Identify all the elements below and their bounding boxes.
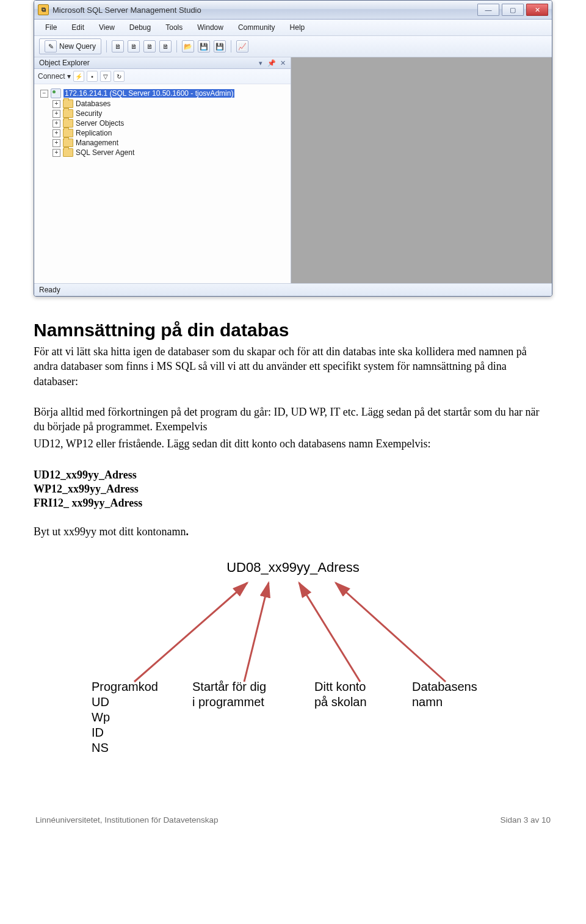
paragraph-4: Byt ut xx99yy mot ditt kontonamn. xyxy=(34,524,552,539)
server-icon xyxy=(51,88,61,98)
example-2: WP12_xx99yy_Adress xyxy=(34,483,552,496)
mdx-query-icon[interactable]: 🗎 xyxy=(143,40,156,52)
folder-icon xyxy=(63,99,73,108)
main-toolbar: ✎ New Query 🗎 🗎 🗎 🗎 📂 💾 💾 📈 xyxy=(34,36,552,57)
svg-line-0 xyxy=(134,583,247,682)
menu-file[interactable]: File xyxy=(39,22,63,33)
stop-icon[interactable]: ▪ xyxy=(87,71,98,82)
toolbar-separator xyxy=(106,40,107,52)
menu-window[interactable]: Window xyxy=(191,22,230,33)
object-explorer-title: Object Explorer xyxy=(39,59,254,67)
panel-close-icon[interactable]: ✕ xyxy=(278,59,287,67)
toolbar-separator xyxy=(176,40,177,52)
tree-root-label[interactable]: 172.16.214.1 (SQL Server 10.50.1600 - tj… xyxy=(63,89,234,98)
menu-view[interactable]: View xyxy=(93,22,121,33)
open-file-icon[interactable]: 📂 xyxy=(182,40,194,52)
dmx-query-icon[interactable]: 🗎 xyxy=(159,40,172,52)
folder-icon xyxy=(63,129,73,137)
svg-line-1 xyxy=(244,583,269,682)
app-icon: ⧉ xyxy=(38,4,49,15)
example-3: FRI12_ xx99yy_Adress xyxy=(34,497,552,510)
tree-node-security[interactable]: + Security xyxy=(37,109,288,118)
new-query-icon: ✎ xyxy=(45,40,57,52)
refresh-icon[interactable]: ↻ xyxy=(114,71,125,82)
expand-icon[interactable]: + xyxy=(52,129,60,137)
toolbar-separator xyxy=(231,40,231,52)
folder-icon xyxy=(63,139,73,147)
object-explorer-panel: Object Explorer ▾ 📌 ✕ Connect ▾ ⚡ ▪ ▽ ↻ … xyxy=(34,57,291,283)
footer-left: Linnéuniversitetet, Institutionen för Da… xyxy=(35,815,218,825)
pin-icon[interactable]: 📌 xyxy=(267,59,276,67)
collapse-icon[interactable]: − xyxy=(40,90,48,98)
menu-tools[interactable]: Tools xyxy=(159,22,189,33)
section-heading: Namnsättning på din databas xyxy=(34,320,552,341)
expand-icon[interactable]: + xyxy=(52,110,60,118)
menu-edit[interactable]: Edit xyxy=(65,22,90,33)
menu-community[interactable]: Community xyxy=(232,22,281,33)
paragraph-3: UD12, WP12 eller fristående. Lägg sedan … xyxy=(34,436,552,451)
folder-icon xyxy=(63,109,73,118)
expand-icon[interactable]: + xyxy=(52,100,60,108)
document-area xyxy=(291,57,552,283)
tree-node-replication[interactable]: + Replication xyxy=(37,128,288,138)
ssms-window: ⧉ Microsoft SQL Server Management Studio… xyxy=(34,0,552,297)
new-query-label: New Query xyxy=(59,42,96,51)
object-explorer-header: Object Explorer ▾ 📌 ✕ xyxy=(34,57,291,69)
expand-icon[interactable]: + xyxy=(52,139,60,147)
dropdown-icon[interactable]: ▾ xyxy=(256,59,265,67)
status-text: Ready xyxy=(39,286,60,294)
new-query-button[interactable]: ✎ New Query xyxy=(39,38,101,54)
page-footer: Linnéuniversitetet, Institutionen för Da… xyxy=(0,815,586,825)
connect-button[interactable]: Connect ▾ xyxy=(38,72,71,81)
filter-icon[interactable]: ▽ xyxy=(100,71,111,82)
folder-icon xyxy=(63,148,73,157)
window-title: Microsoft SQL Server Management Studio xyxy=(52,5,201,15)
database-engine-query-icon[interactable]: 🗎 xyxy=(112,40,124,52)
tree-node-server-objects[interactable]: + Server Objects xyxy=(37,118,288,128)
save-icon[interactable]: 💾 xyxy=(198,40,210,52)
footer-right: Sidan 3 av 10 xyxy=(500,815,551,825)
statusbar: Ready xyxy=(34,283,552,296)
paragraph-2: Börja alltid med förkortningen på det pr… xyxy=(34,405,552,435)
naming-diagram: UD08_xx99yy_Adress Programkod UD Wp ID N… xyxy=(92,560,494,756)
folder-icon xyxy=(63,119,73,128)
maximize-button[interactable]: ▢ xyxy=(502,4,524,16)
expand-icon[interactable]: + xyxy=(52,120,60,128)
diagram-top-label: UD08_xx99yy_Adress xyxy=(92,560,494,576)
titlebar: ⧉ Microsoft SQL Server Management Studio… xyxy=(34,1,552,20)
expand-icon[interactable]: + xyxy=(52,149,60,157)
tree-node-databases[interactable]: + Databases xyxy=(37,99,288,109)
paragraph-1: För att vi lätt ska hitta igen de databa… xyxy=(34,344,552,389)
close-button[interactable]: ✕ xyxy=(526,4,548,16)
tree-root-node[interactable]: − 172.16.214.1 (SQL Server 10.50.1600 - … xyxy=(37,88,288,99)
example-1: UD12_xx99yy_Adress xyxy=(34,469,552,482)
minimize-button[interactable]: — xyxy=(477,4,499,16)
object-explorer-tree: − 172.16.214.1 (SQL Server 10.50.1600 - … xyxy=(34,84,291,283)
disconnect-icon[interactable]: ⚡ xyxy=(73,71,84,82)
menu-help[interactable]: Help xyxy=(284,22,311,33)
tree-node-management[interactable]: + Management xyxy=(37,138,288,148)
diagram-arrows xyxy=(92,578,494,694)
tree-node-sql-server-agent[interactable]: + SQL Server Agent xyxy=(37,148,288,157)
save-all-icon[interactable]: 💾 xyxy=(214,40,226,52)
menu-debug[interactable]: Debug xyxy=(123,22,157,33)
object-explorer-toolbar: Connect ▾ ⚡ ▪ ▽ ↻ xyxy=(34,69,291,84)
activity-monitor-icon[interactable]: 📈 xyxy=(236,40,248,52)
analysis-query-icon[interactable]: 🗎 xyxy=(128,40,140,52)
menubar: File Edit View Debug Tools Window Commun… xyxy=(34,20,552,36)
svg-line-3 xyxy=(336,583,446,682)
